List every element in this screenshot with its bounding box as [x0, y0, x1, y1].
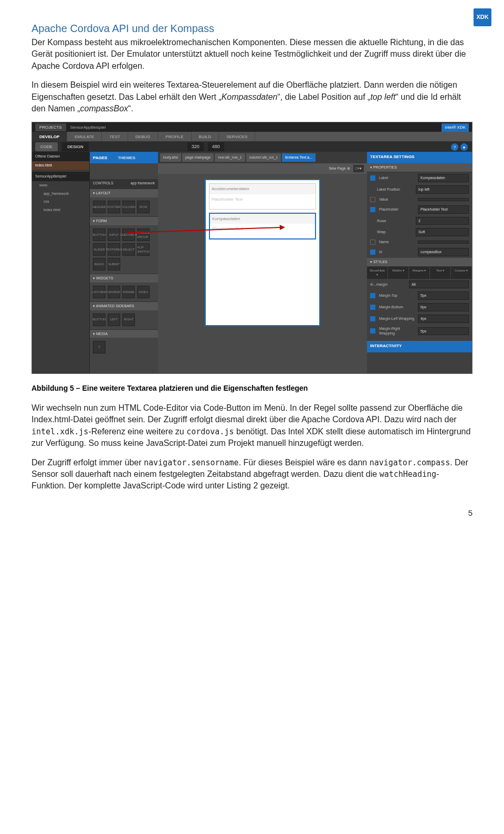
bc-body[interactable]: body.afui [160, 153, 181, 162]
main-tabs: DEVELOP EMULATE TEST DEBUG PROFILE BUILD… [32, 132, 472, 141]
chk-mtop[interactable] [370, 293, 375, 298]
chk-mrw[interactable] [370, 328, 375, 333]
prop-name-v[interactable] [418, 241, 469, 244]
project-header: SensorAppBeispiel [32, 172, 89, 181]
m-bot-v[interactable]: 6px [418, 303, 469, 311]
bc-row[interactable]: row:uib_row_1 [215, 153, 245, 162]
new-page-button[interactable]: New Page ⊕ [329, 166, 350, 171]
section-layout[interactable]: ▾ LAYOUT [90, 189, 158, 197]
ctrl-sb-right[interactable]: RIGHT [122, 314, 135, 326]
tab-debug[interactable]: DEBUG [128, 132, 158, 141]
ctrl-listview[interactable]: LISTVIEW [93, 286, 106, 298]
section-widgets[interactable]: ▾ WIDGETS [90, 274, 158, 283]
style-chip: 4/...margin [370, 282, 407, 287]
canvas: body.afui page:mainpage row:uib_row_1 co… [158, 152, 367, 374]
tab-develop[interactable]: DEVELOP [32, 132, 67, 141]
textarea-accel[interactable]: Accelerometerdaten Placeholder Text [209, 183, 316, 209]
st-showhide[interactable]: Show/Hide ▾ [367, 267, 388, 279]
m-lw-v[interactable]: 4px [418, 315, 469, 323]
section-media[interactable]: ▾ MEDIA [90, 329, 158, 338]
bc-textarea[interactable]: textarea:Text.a... [282, 153, 316, 162]
file-panel: Offene Dateien index.html SensorAppBeisp… [32, 152, 90, 374]
properties-panel: TEXTAREA SETTINGS ▾ PROPERTIES LabelKomp… [367, 152, 472, 374]
size-h[interactable]: 480 [208, 142, 224, 151]
ctrl-footer[interactable]: FOOTER [108, 201, 120, 213]
tree-css[interactable]: css [32, 197, 89, 206]
file-index[interactable]: index.html [32, 161, 89, 170]
ctrl-video[interactable]: VIDEO [137, 286, 150, 298]
tab-emulate[interactable]: EMULATE [67, 132, 102, 141]
figure-caption: Abbildung 5 – Eine weitere Textarea plat… [32, 383, 472, 394]
ctrl-radio[interactable]: RADIO [93, 258, 106, 270]
ctrl-navbar[interactable]: NAVBAR [108, 286, 120, 298]
prop-rows-v[interactable]: 2 [416, 217, 469, 225]
m-lw-k: Margin-Left Wrapping [379, 316, 416, 321]
paragraph-3: Wir wechseln nun zum HTML Code-Editor vi… [32, 402, 472, 450]
st-text[interactable]: Text ▾ [430, 267, 451, 279]
tab-services[interactable]: SERVICES [219, 132, 255, 141]
ctrl-textarea[interactable]: TEXTAREA [108, 243, 120, 256]
ctrl-slider[interactable]: SLIDER [93, 243, 106, 256]
paragraph-4: Der Zugriff erfolgt immer über navigator… [32, 457, 472, 492]
ctrl-column[interactable]: COLUMN [122, 201, 135, 213]
prop-ph-v[interactable]: Placeholder Text [418, 205, 469, 214]
chk-label[interactable] [370, 175, 375, 181]
prop-label-v[interactable]: Kompassdaten [418, 174, 469, 182]
prop-id-v[interactable]: compassBox [418, 248, 469, 256]
tree-www[interactable]: www [32, 181, 89, 190]
ctrl-header[interactable]: HEADER [93, 201, 106, 213]
properties-section[interactable]: ▾ PROPERTIES [367, 163, 472, 172]
chk-id[interactable] [370, 249, 375, 255]
tree-index[interactable]: index.html [32, 206, 89, 214]
st-widths[interactable]: Widths ▾ [388, 267, 409, 279]
themes-tab[interactable]: THEMES [118, 155, 135, 161]
textarea-kompass[interactable]: Kompassdaten Placeholder Text [209, 213, 316, 239]
ctrl-button[interactable]: BUTTON [93, 228, 106, 241]
tab-profile[interactable]: PROFILE [158, 132, 191, 141]
m-rw-k: Margin-Right Wrapping [379, 326, 416, 337]
help-icon[interactable]: ? [451, 143, 458, 151]
ctrl-input[interactable]: INPUT [108, 228, 120, 241]
prop-id-k: Id [379, 249, 416, 255]
framework-select[interactable]: app framework [131, 181, 155, 187]
code-button[interactable]: CODE [35, 142, 58, 151]
size-w[interactable]: 320 [187, 142, 204, 151]
chk-name[interactable] [370, 239, 375, 245]
design-button[interactable]: DESIGN [62, 142, 89, 151]
st-margins[interactable]: Margins ▾ [409, 267, 430, 279]
ctrl-sb-left[interactable]: LEFT [108, 314, 120, 326]
prop-wrap-v[interactable]: Soft [416, 228, 469, 236]
ctrl-sb-button[interactable]: BUTTON [93, 314, 106, 326]
ctrl-checkbox[interactable]: CHECKBOX [122, 228, 135, 241]
ctrl-flip[interactable]: FLIP SWITCH [137, 243, 150, 256]
chk-ph[interactable] [370, 207, 375, 212]
tab-build[interactable]: BUILD [192, 132, 219, 141]
ctrl-row[interactable]: ROW [137, 201, 150, 213]
pages-tab[interactable]: PAGES [93, 155, 107, 161]
interactivity-header[interactable]: INTERACTIVITY [367, 341, 472, 352]
styles-section[interactable]: ▾ STYLES [367, 258, 472, 267]
heading: Apache Cordova API und der Kompass [32, 21, 472, 36]
user-icon[interactable]: ● [460, 143, 468, 151]
ctrl-toggle[interactable]: TOGGLE GROUP [137, 228, 150, 241]
ctrl-submit[interactable]: SUBMIT [108, 258, 120, 270]
prop-lp-v[interactable]: top left [416, 185, 469, 194]
ctrl-select[interactable]: SELECT [122, 243, 135, 256]
ctrl-media[interactable]: T [93, 341, 106, 353]
section-form[interactable]: ▾ FORM [90, 216, 158, 225]
bc-col[interactable]: column:uib_col_1 [246, 153, 281, 162]
chk-mbot[interactable] [370, 305, 375, 310]
tab-test[interactable]: TEST [102, 132, 128, 141]
st-custom[interactable]: Custom ▾ [451, 267, 472, 279]
ctrl-iframe[interactable]: IFRAME [122, 286, 135, 298]
prop-value-v[interactable] [418, 198, 469, 201]
style-all[interactable]: All [409, 280, 469, 289]
section-animated[interactable]: ▾ ANIMATED SIDEBARS [90, 301, 158, 310]
chk-mlw[interactable] [370, 316, 375, 321]
m-rw-v[interactable]: 5px [418, 327, 469, 336]
chk-value[interactable] [370, 197, 375, 202]
bc-page[interactable]: page:mainpage [182, 153, 214, 162]
m-top-v[interactable]: 5px [418, 291, 469, 300]
view-toggle[interactable]: □+▾ [353, 165, 364, 172]
tree-appfw[interactable]: app_framework [32, 190, 89, 198]
